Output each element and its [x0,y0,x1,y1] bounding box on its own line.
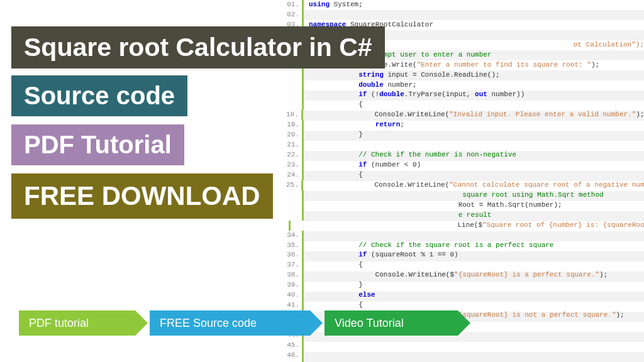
free-source-code-arrow[interactable]: FREE Source code [150,310,310,336]
video-tutorial-arrow[interactable]: Video Tutorial [325,310,458,336]
free-download-banner: FREE DOWNLOAD [11,173,273,219]
pdf-tutorial-banner: PDF Tutorial [11,124,184,165]
title-banner: Square root Calculator in C# [11,26,385,69]
source-code-banner: Source code [11,75,187,116]
pdf-tutorial-arrow[interactable]: PDF tutorial [19,310,135,336]
